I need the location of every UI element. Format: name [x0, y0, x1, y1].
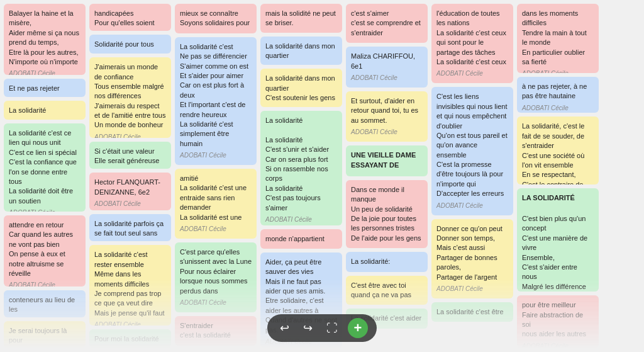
card[interactable]: mais la solidité ne peut se briser. — [260, 4, 342, 33]
card[interactable]: Et ne pas rejeter — [4, 79, 86, 98]
card-author: ADOBATI Cécile — [436, 202, 508, 210]
card[interactable]: Si c'était une valeur Elle serait génére… — [89, 142, 171, 169]
card[interactable]: La solidarité — [4, 101, 86, 120]
card-author: ADOBATI Cécile — [351, 128, 423, 137]
card-text: La solidarité c'est rester ensemble Même… — [94, 250, 166, 318]
card[interactable]: Hector FLANQUART-DENIZANNE, 6e2ADOBATI C… — [89, 173, 171, 210]
card[interactable]: La solidarité dans mon quartier C'est so… — [260, 69, 342, 107]
redo-button[interactable]: ↪ — [299, 320, 316, 336]
card[interactable]: La solidarité c'est être — [431, 302, 513, 322]
card-text: C'est être avec toi quand ça ne va pas — [351, 281, 423, 300]
card-text: l'éducation de toutes les nations La sol… — [436, 9, 508, 67]
card-text: Et surtout, d'aider en retour quand toi,… — [351, 96, 423, 125]
card-text: La solidarité c'est être — [436, 307, 508, 317]
card[interactable]: Maliza CHARIFFOU, 6e1ADOBATI Cécile — [346, 47, 428, 88]
card[interactable]: conteneurs au lieu de les — [4, 290, 86, 317]
card-text: c'est s'aimer c'est se comprendre et s'e… — [351, 9, 423, 38]
card-author: ADOBATI Cécile — [94, 200, 166, 208]
card-text: Je serai toujours là pour — [9, 326, 80, 346]
card-text: S'entraider c'est la solidarité — [180, 321, 252, 341]
card-text: La solidarité parfois ça se fait tout se… — [94, 219, 166, 239]
card[interactable]: C'est être avec toi quand ça ne va pas — [346, 276, 428, 305]
fullscreen-button[interactable]: ⛶ — [323, 321, 341, 336]
card-author: ADOBATI Cécile — [522, 342, 594, 348]
card-text: amitié La solidarité c'est une entraide … — [180, 174, 252, 222]
card-author: ADOBATI Cécile — [436, 285, 508, 293]
card[interactable]: La solidarité c'est Ne pas se différenci… — [175, 37, 257, 165]
column-3: mieux se connaître Soyons solidaires pou… — [175, 4, 257, 348]
card[interactable]: La solidarité La solidarité C'est s'unir… — [260, 111, 342, 225]
card[interactable]: attendre en retour Car quand les autres … — [4, 215, 86, 287]
card-text: pour être meilleur Faire abstraction de … — [522, 300, 594, 339]
card-text: Balayer la haine et la misère, Aider mêm… — [9, 9, 80, 67]
card[interactable]: pour être meilleur Faire abstraction de … — [517, 295, 599, 348]
card[interactable]: S'entraider c'est la solidarité — [175, 316, 257, 346]
card[interactable]: Pour moi la solidarité — [89, 329, 171, 348]
card[interactable]: à ne pas rejeter, à ne pas être hautaine… — [517, 77, 599, 113]
card-text: conteneurs au lieu de les — [9, 295, 80, 315]
card-author: ADOBATI Cécile — [180, 298, 252, 307]
card-text: Dans ce monde il manque Un peu de solida… — [351, 185, 423, 243]
card[interactable]: Donner ce qu'on peut Donner son temps, M… — [431, 219, 513, 298]
card-text: monde n'appartient — [265, 234, 337, 244]
card-text: La solidarité dans mon quartier C'est so… — [265, 74, 337, 103]
card-text: Hector FLANQUART-DENIZANNE, 6e2 — [94, 178, 166, 197]
card-author: ADOBATI Cécile — [522, 104, 594, 113]
board: Balayer la haine et la misère, Aider mêm… — [0, 0, 644, 352]
card-author: ADOBATI Cécile — [351, 74, 423, 82]
card-text: La solidarité c'est ce lien qui nous uni… — [9, 128, 80, 206]
column-1: Balayer la haine et la misère, Aider mêm… — [4, 4, 86, 348]
card[interactable]: Dans ce monde il manque Un peu de solida… — [346, 180, 428, 248]
toolbar: ↩ ↪ ⛶ + — [267, 314, 377, 342]
card-text: La solidarité c'est Ne pas se différenci… — [180, 42, 252, 149]
card-author: ADOBATI Cécile — [180, 151, 252, 160]
card[interactable]: Balayer la haine et la misère, Aider mêm… — [4, 4, 86, 75]
card[interactable]: c'est s'aimer c'est se comprendre et s'e… — [346, 4, 428, 43]
card[interactable]: La solidarité c'est ce lien qui nous uni… — [4, 123, 86, 212]
card-author: ADOBATI Cécile — [9, 69, 80, 75]
column-5: c'est s'aimer c'est se comprendre et s'e… — [346, 4, 428, 348]
card-text: La solidarité: — [351, 257, 423, 266]
card[interactable]: handicapées Pour qu'elles soient — [89, 4, 171, 31]
column-2: handicapées Pour qu'elles soientSolidari… — [89, 4, 171, 348]
card-text: à ne pas rejeter, à ne pas être hautaine — [522, 82, 594, 101]
card[interactable]: LA SOLIDARITÉ C'est bien plus qu'un conc… — [517, 188, 599, 292]
card-author: ADOBATI Cécile — [94, 133, 166, 138]
card[interactable]: La solidarité: — [346, 252, 428, 271]
card[interactable]: monde n'appartient — [260, 229, 342, 249]
card-body: C'est bien plus qu'un concept C'est une … — [522, 215, 587, 290]
card-text: C'est les liens invisibles qui nous lien… — [436, 92, 508, 198]
card[interactable]: l'éducation de toutes les nations La sol… — [431, 4, 513, 83]
card[interactable]: Solidarité pour tous — [89, 35, 171, 54]
card[interactable]: dans les moments difficiles Tendre la ma… — [517, 4, 599, 73]
card-text: attendre en retour Car quand les autres … — [9, 220, 80, 278]
card-text: Solidarité pour tous — [94, 40, 166, 49]
card[interactable]: La solidarité parfois ça se fait tout se… — [89, 214, 171, 241]
card-author: ADOBATI Cécile — [9, 208, 80, 212]
card-text: LA SOLIDARITÉ C'est bien plus qu'un conc… — [522, 193, 594, 292]
card-text: Si c'était une valeur Elle serait génére… — [94, 147, 166, 166]
card-author: ADOBATI Cécile — [180, 225, 252, 234]
card-author: ADOBATI Cécile — [265, 215, 337, 224]
card[interactable]: La solidarité c'est rester ensemble Même… — [89, 245, 171, 326]
card[interactable]: C'est parce qu'elles s'unissent avec la … — [175, 242, 257, 312]
undo-button[interactable]: ↩ — [276, 320, 293, 336]
card[interactable]: Et surtout, d'aider en retour quand toi,… — [346, 91, 428, 142]
card[interactable]: Je serai toujours là pour — [4, 321, 86, 348]
column-6: l'éducation de toutes les nations La sol… — [431, 4, 513, 348]
card-text: Et ne pas rejeter — [9, 84, 80, 93]
card-author: ADOBATI Cécile — [436, 69, 508, 78]
card-text: La solidarité La solidarité C'est s'unir… — [265, 116, 337, 213]
card[interactable]: C'est les liens invisibles qui nous lien… — [431, 87, 513, 215]
card-text: mieux se connaître Soyons solidaires pou… — [180, 9, 252, 28]
add-button[interactable]: + — [348, 318, 368, 338]
card[interactable]: La solidarité, c'est le fait de se soude… — [517, 116, 599, 185]
card[interactable]: UNE VIEILLE DAME ESSAYANT DE — [346, 145, 428, 176]
card[interactable]: mieux se connaître Soyons solidaires pou… — [175, 4, 257, 33]
card[interactable]: J'aimerais un monde de confiance Tous en… — [89, 57, 171, 138]
card[interactable]: amitié La solidarité c'est une entraide … — [175, 169, 257, 239]
card-title: UNE VIEILLE DAME ESSAYANT DE — [351, 150, 423, 170]
card[interactable]: La solidarité dans mon quartier — [260, 37, 342, 65]
card-author: ADOBATI Cécile — [522, 69, 594, 73]
card-text: La solidarité dans mon quartier — [265, 42, 337, 61]
